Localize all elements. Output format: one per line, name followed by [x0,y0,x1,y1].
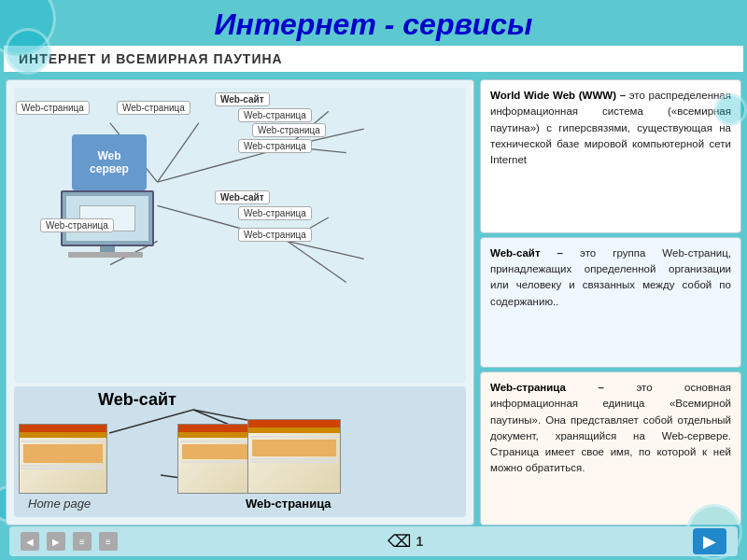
www-info-box: World Wide Web (WWW) – это распределенна… [480,79,741,233]
screenshots-area: Web-сайт [14,386,466,517]
web-page-label-6: Web-страница [238,139,312,153]
page-number-area: ⌫ 1 [388,531,424,552]
www-term: World Wide Web (WWW) [490,90,616,101]
bottom-controls: ◀ ▶ ≡ ≡ [21,532,118,551]
content-area: Web сервер Web-страница Web [0,74,747,531]
www-dash: – [616,90,626,101]
screenshot-home [19,424,107,494]
webpage-term: Web-страница [490,382,566,393]
list-btn-2[interactable]: ≡ [99,532,118,551]
diagram-area: Web сервер Web-страница Web [14,88,466,383]
web-page-label-4: Web-страница [238,108,312,122]
web-page-label-7: Web-страница [238,206,312,220]
webpage-text: это основная информационная единица «Все… [490,382,731,473]
webpage-info-box: Web-страница – это основная информационн… [480,371,741,525]
web-page-label-1: Web-страница [16,101,90,115]
web-site-label-1: Web-сайт [215,92,270,106]
forward-arrow-btn[interactable]: ▶ [693,528,726,554]
web-page-label-5: Web-страница [252,123,326,137]
svg-line-1 [158,123,199,182]
svg-line-9 [288,241,346,282]
left-panel: Web сервер Web-страница Web [6,79,474,525]
cursor-icon: ⌫ [388,531,411,552]
website-dash: – [541,247,563,259]
bottom-bar: ◀ ▶ ≡ ≡ ⌫ 1 ▶ [9,526,738,556]
web-page-label-3: Web-страница [40,218,114,232]
title-bar: Интернет - сервисы [0,0,747,46]
website-big-label: Web-сайт [98,390,176,410]
subtitle-bar: ИНТЕРНЕТ И ВСЕМИРНАЯ ПАУТИНА [4,46,743,72]
website-term: Web-сайт [490,247,541,259]
prev-slide-btn[interactable]: ◀ [21,532,39,551]
page-number: 1 [416,534,424,549]
home-page-label: Home page [28,497,91,511]
page-title: Интернет - сервисы [215,7,533,41]
next-slide-btn[interactable]: ▶ [47,532,65,551]
web-server-box: Web сервер [72,134,147,190]
list-btn-1[interactable]: ≡ [73,532,92,551]
webpage-big-label: Web-страница [246,497,331,511]
web-site-label-2: Web-сайт [215,190,270,204]
right-panel: World Wide Web (WWW) – это распределенна… [480,79,741,525]
webpage-dash: – [566,382,604,393]
svg-line-8 [288,241,364,259]
website-info-box: Web-сайт – это группа Web-страниц, прина… [480,237,741,368]
web-page-label-8: Web-страница [238,228,312,242]
web-page-label-2: Web-страница [117,101,190,115]
screenshot-webpage [247,419,341,494]
subtitle-text: ИНТЕРНЕТ И ВСЕМИРНАЯ ПАУТИНА [19,51,283,66]
www-text: это распределенная информационная систем… [490,90,731,165]
